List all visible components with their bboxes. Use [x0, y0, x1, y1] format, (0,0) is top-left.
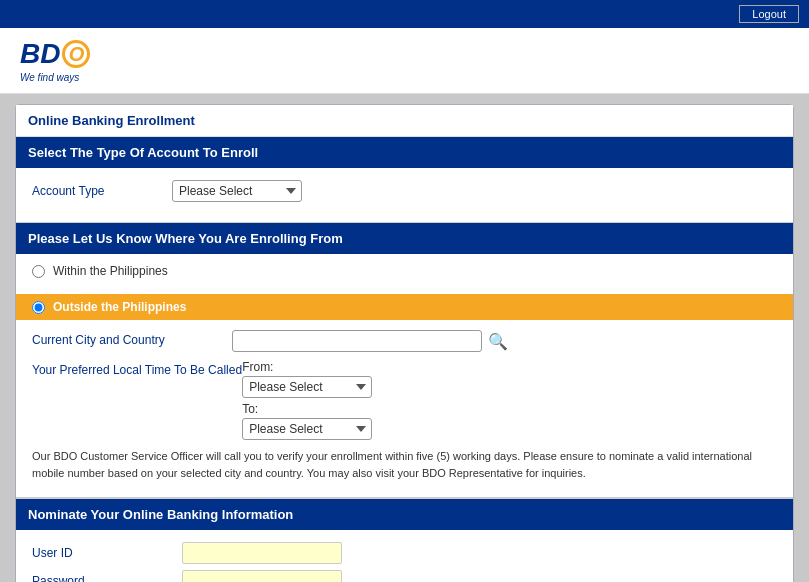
city-country-row: Current City and Country 🔍 [32, 330, 777, 352]
logo-o: O [62, 40, 90, 68]
top-bar: Logout [0, 0, 809, 28]
radio-section: Within the Philippines [16, 254, 793, 294]
page-title: Online Banking Enrollment [16, 105, 793, 137]
section3-body: User ID Password Confirm New Password Mo… [16, 530, 793, 582]
password-input[interactable] [182, 570, 342, 582]
outside-ph-radio[interactable] [32, 301, 45, 314]
account-type-select[interactable]: Please Select Savings Account Checking A… [172, 180, 302, 202]
user-id-label: User ID [32, 546, 182, 560]
to-time-select[interactable]: Please Select 8:00 AM 9:00 AM 10:00 AM 1… [242, 418, 372, 440]
enrollment-info-text: Our BDO Customer Service Officer will ca… [32, 448, 777, 481]
section1-body: Account Type Please Select Savings Accou… [16, 168, 793, 223]
within-ph-row: Within the Philippines [32, 264, 777, 278]
time-row: Your Preferred Local Time To Be Called F… [32, 360, 777, 440]
from-time-select[interactable]: Please Select 8:00 AM 9:00 AM 10:00 AM 1… [242, 376, 372, 398]
account-type-row: Account Type Please Select Savings Accou… [32, 180, 777, 202]
from-group: From: Please Select 8:00 AM 9:00 AM 10:0… [242, 360, 372, 398]
header: B D O We find ways [0, 28, 809, 94]
section3-header: Nominate Your Online Banking Information [16, 499, 793, 530]
to-label: To: [242, 402, 372, 416]
search-icon[interactable]: 🔍 [488, 332, 508, 351]
logo: B D O We find ways [20, 38, 90, 83]
section-account-type: Select The Type Of Account To Enroll Acc… [16, 137, 793, 223]
from-label: From: [242, 360, 372, 374]
user-id-input[interactable] [182, 542, 342, 564]
section2-header: Please Let Us Know Where You Are Enrolli… [16, 223, 793, 254]
outside-section: Current City and Country 🔍 Your Preferre… [16, 320, 793, 499]
to-group: To: Please Select 8:00 AM 9:00 AM 10:00 … [242, 402, 372, 440]
time-label: Your Preferred Local Time To Be Called [32, 360, 242, 377]
logout-button[interactable]: Logout [739, 5, 799, 23]
password-group: Password [32, 570, 777, 582]
user-id-group: User ID [32, 542, 777, 564]
outside-ph-highlighted-row[interactable]: Outside the Philippines [16, 294, 793, 320]
time-selects: From: Please Select 8:00 AM 9:00 AM 10:0… [242, 360, 372, 440]
logo-tagline: We find ways [20, 72, 90, 83]
main-container: Online Banking Enrollment Select The Typ… [15, 104, 794, 582]
outside-ph-label: Outside the Philippines [53, 300, 186, 314]
within-ph-label: Within the Philippines [53, 264, 168, 278]
account-type-label: Account Type [32, 184, 172, 198]
logo-d: D [40, 38, 60, 70]
city-country-input[interactable] [232, 330, 482, 352]
city-input-wrap: 🔍 [232, 330, 508, 352]
section1-header: Select The Type Of Account To Enroll [16, 137, 793, 168]
password-label: Password [32, 574, 182, 582]
city-country-label: Current City and Country [32, 330, 232, 347]
section-enrollment-location: Please Let Us Know Where You Are Enrolli… [16, 223, 793, 499]
within-ph-radio[interactable] [32, 265, 45, 278]
logo-b: B [20, 38, 40, 70]
section-banking-info: Nominate Your Online Banking Information… [16, 499, 793, 582]
